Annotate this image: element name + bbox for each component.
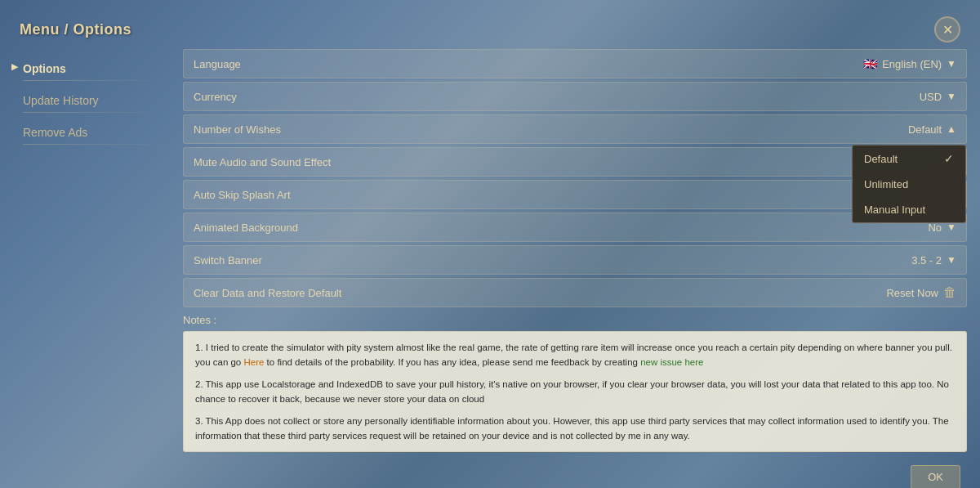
currency-dropdown-arrow: ▼	[947, 91, 956, 102]
currency-value: USD	[920, 91, 942, 103]
content-area: Options Update History Remove Ads Langua…	[0, 49, 980, 465]
language-dropdown-arrow: ▼	[947, 58, 956, 69]
dropdown-item-default[interactable]: Default ✓	[853, 146, 965, 172]
animated-bg-arrow: ▼	[947, 222, 956, 233]
setting-label-currency: Currency	[194, 91, 826, 103]
switch-banner-arrow: ▼	[947, 254, 956, 266]
sidebar-item-update-history[interactable]: Update History	[13, 87, 176, 119]
notes-item-1: 1. I tried to create the simulator with …	[195, 340, 955, 370]
setting-label-clear-data: Clear Data and Restore Default	[194, 287, 826, 299]
setting-row-switch-banner: Switch Banner 3.5 - 2 ▼	[183, 245, 967, 275]
setting-value-language[interactable]: 🇬🇧 English (EN) ▼	[826, 57, 956, 70]
sidebar-item-options[interactable]: Options	[13, 56, 176, 87]
setting-row-clear-data: Clear Data and Restore Default Reset Now…	[183, 278, 967, 307]
sidebar: Options Update History Remove Ads	[13, 49, 176, 452]
settings-panel: Language 🇬🇧 English (EN) ▼ Currency USD …	[183, 49, 967, 452]
notes-item-2: 2. This app use Localstorage and Indexed…	[195, 377, 955, 407]
wishes-value: Default	[908, 123, 942, 136]
confirm-button[interactable]: OK	[911, 465, 960, 488]
notes-item-3: 3. This App does not collect or store an…	[195, 414, 955, 444]
setting-value-wishes[interactable]: Default ▲	[826, 123, 956, 136]
check-icon: ✓	[944, 152, 954, 165]
title-bar: Menu / Options ✕	[0, 0, 980, 49]
sidebar-item-remove-ads[interactable]: Remove Ads	[13, 119, 176, 151]
setting-label-switch-banner: Switch Banner	[194, 254, 826, 266]
close-button[interactable]: ✕	[934, 16, 960, 43]
dropdown-item-manual-input[interactable]: Manual Input	[853, 197, 965, 222]
notes-link-new-issue[interactable]: new issue here	[640, 357, 703, 367]
setting-value-currency[interactable]: USD ▼	[826, 91, 956, 103]
dropdown-item-unlimited[interactable]: Unlimited	[853, 172, 965, 197]
flag-icon: 🇬🇧	[863, 57, 877, 70]
setting-value-clear-data[interactable]: Reset Now 🗑	[826, 285, 956, 300]
page-title: Menu / Options	[20, 21, 131, 38]
notes-link-here[interactable]: Here	[243, 357, 264, 367]
setting-row-animated-bg: Animated Background No ▼	[183, 213, 967, 242]
setting-value-switch-banner[interactable]: 3.5 - 2 ▼	[826, 254, 956, 266]
setting-label-animated-bg: Animated Background	[194, 222, 826, 234]
setting-label-mute: Mute Audio and Sound Effect	[194, 156, 826, 168]
setting-label-auto-skip: Auto Skip Splash Art	[194, 189, 826, 201]
trash-icon: 🗑	[943, 285, 956, 300]
setting-row-number-of-wishes: Number of Wishes Default ▲ Default ✓ Unl…	[183, 114, 967, 144]
setting-row-auto-skip: Auto Skip Splash Art	[183, 180, 967, 209]
notes-box: 1. I tried to create the simulator with …	[183, 331, 967, 452]
setting-row-currency: Currency USD ▼	[183, 82, 967, 111]
wishes-dropdown-menu: Default ✓ Unlimited Manual Input	[852, 145, 966, 223]
setting-label-wishes: Number of Wishes	[194, 123, 826, 136]
main-container: Menu / Options ✕ Options Update History …	[0, 0, 980, 488]
wishes-dropdown-arrow: ▲	[947, 123, 956, 135]
language-value: English (EN)	[882, 58, 942, 70]
bottom-bar: OK	[0, 465, 980, 488]
setting-row-mute-audio: Mute Audio and Sound Effect	[183, 147, 967, 177]
switch-banner-value: 3.5 - 2	[911, 254, 942, 266]
setting-row-language: Language 🇬🇧 English (EN) ▼	[183, 49, 967, 78]
setting-label-language: Language	[194, 58, 826, 70]
reset-now-text: Reset Now	[886, 287, 938, 299]
notes-title: Notes :	[183, 314, 967, 326]
notes-section: Notes : 1. I tried to create the simulat…	[183, 314, 967, 452]
